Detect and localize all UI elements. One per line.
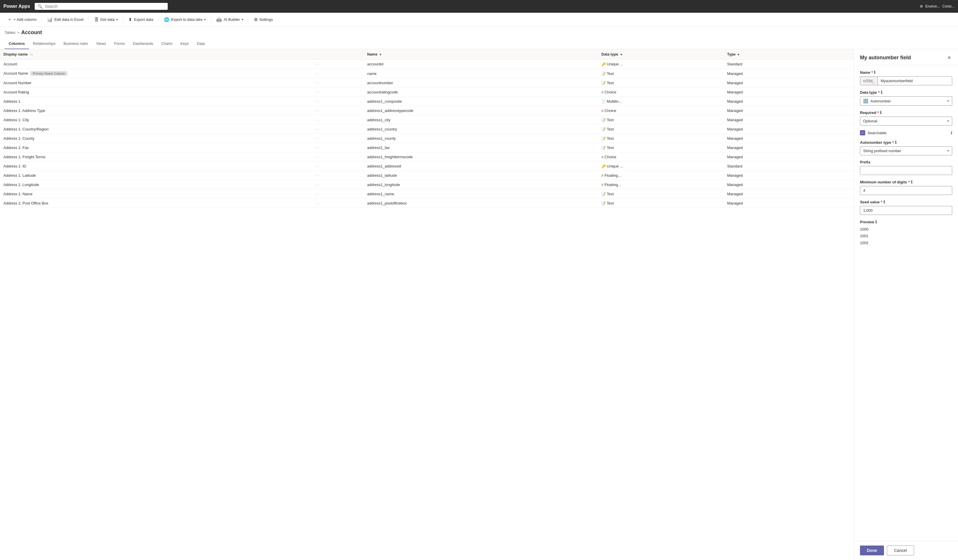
table-row[interactable]: Account···accountid🔑Unique ...Standard [0, 60, 854, 69]
table-row[interactable]: Address 1: Longitude···address1_longitud… [0, 180, 854, 189]
preview-value-item: 1002 [860, 240, 952, 246]
edit-excel-button[interactable]: 📊 Edit data in Excel [44, 15, 86, 24]
cell-type: Managed [723, 143, 823, 152]
tab-data[interactable]: Data [193, 38, 209, 49]
cell-actions[interactable]: ··· [312, 199, 364, 208]
col-header-display-name[interactable]: Display name ↑↓ [0, 49, 312, 60]
env-icon: ⚙ [920, 4, 923, 8]
tab-business-rules[interactable]: Business rules [60, 38, 92, 49]
table-area: Display name ↑↓ Name ▾ Data type ▾ Type … [0, 49, 854, 560]
cancel-button[interactable]: Cancel [887, 546, 914, 555]
preview-info-icon[interactable]: ℹ [875, 219, 877, 224]
seed-input[interactable] [860, 206, 952, 215]
breadcrumb-tables-link[interactable]: Tables [5, 30, 16, 35]
export-lake-button[interactable]: 🌐 Export to data lake ▾ [161, 15, 208, 24]
top-bar-right: ⚙ Environ... Conto... [920, 4, 955, 8]
done-button[interactable]: Done [860, 546, 884, 555]
cell-type: Managed [723, 189, 823, 199]
cell-type: Managed [723, 199, 823, 208]
col-header-data-type[interactable]: Data type ▾ [598, 49, 724, 60]
seed-info-icon[interactable]: ℹ [883, 200, 885, 204]
col-header-type[interactable]: Type ▾ [723, 49, 823, 60]
prefix-label: Prefix [860, 160, 952, 164]
get-data-button[interactable]: 🗄 Get data ▾ [91, 15, 121, 24]
settings-button[interactable]: ⚙ Settings [251, 15, 276, 24]
cell-extra [823, 189, 854, 199]
searchable-checkbox[interactable]: ✓ [860, 130, 865, 135]
required-info-icon[interactable]: ℹ [880, 110, 881, 115]
cell-actions[interactable]: ··· [312, 171, 364, 180]
min-digits-info-icon[interactable]: ℹ [911, 179, 912, 184]
cell-actions[interactable]: ··· [312, 60, 364, 69]
autonumber-type-info-icon[interactable]: ℹ [895, 140, 896, 144]
tab-views[interactable]: Views [92, 38, 110, 49]
cell-actions[interactable]: ··· [312, 125, 364, 134]
ai-builder-button[interactable]: 🤖 AI Builder ▾ [213, 15, 246, 24]
cell-actions[interactable]: ··· [312, 106, 364, 116]
cell-type: Managed [723, 106, 823, 116]
tab-relationships[interactable]: Relationships [29, 38, 60, 49]
panel-footer: Done Cancel [854, 541, 958, 560]
cell-actions[interactable]: ··· [312, 88, 364, 97]
cell-actions[interactable]: ··· [312, 134, 364, 143]
required-select[interactable]: Optional ▾ [860, 117, 952, 125]
prefix-input[interactable] [860, 166, 952, 175]
data-type-label: Data type * ℹ [860, 90, 952, 95]
searchable-info-icon[interactable]: ℹ [951, 130, 952, 135]
autonumber-type-value: String prefixed number [863, 149, 901, 153]
cell-actions[interactable]: ··· [312, 152, 364, 162]
table-row[interactable]: Address 1: Country/Region···address1_cou… [0, 125, 854, 134]
cell-actions[interactable]: ··· [312, 180, 364, 189]
panel-close-button[interactable]: ✕ [946, 54, 952, 62]
cell-type: Managed [723, 116, 823, 125]
tab-columns[interactable]: Columns [5, 38, 29, 49]
preview-value-item: 1000 [860, 226, 952, 233]
seed-value-field-group: Seed value * ℹ [860, 200, 952, 215]
cell-actions[interactable]: ··· [312, 97, 364, 106]
cell-extra [823, 78, 854, 88]
name-input[interactable] [878, 77, 952, 85]
tab-forms[interactable]: Forms [110, 38, 129, 49]
data-type-field-group: Data type * ℹ 🔢 Autonumber ▾ [860, 90, 952, 106]
preview-label: Preview ℹ [860, 219, 952, 224]
table-row[interactable]: Address 1: City···address1_city📝TextMana… [0, 116, 854, 125]
user-label: Conto... [942, 4, 955, 8]
table-row[interactable]: Address 1: ID···address1_addressid🔑Uniqu… [0, 162, 854, 171]
table-row[interactable]: Address 1: County···address1_county📝Text… [0, 134, 854, 143]
table-row[interactable]: Address 1: Latitude···address1_latitude#… [0, 171, 854, 180]
cell-actions[interactable]: ··· [312, 189, 364, 199]
cell-actions[interactable]: ··· [312, 143, 364, 152]
cell-actions[interactable]: ··· [312, 78, 364, 88]
cell-extra [823, 180, 854, 189]
tab-dashboards[interactable]: Dashboards [129, 38, 157, 49]
cell-extra [823, 162, 854, 171]
cell-actions[interactable]: ··· [312, 116, 364, 125]
name-info-icon[interactable]: ℹ [874, 70, 875, 75]
table-row[interactable]: Address 1: Fax···address1_fax📝TextManage… [0, 143, 854, 152]
cell-type: Managed [723, 171, 823, 180]
col-header-name[interactable]: Name ▾ [364, 49, 598, 60]
search-input[interactable] [45, 4, 165, 9]
export-data-button[interactable]: ⬆ Export data [125, 15, 156, 24]
cell-type: Managed [723, 125, 823, 134]
tab-charts[interactable]: Charts [157, 38, 176, 49]
cell-actions[interactable]: ··· [312, 69, 364, 78]
table-row[interactable]: Address 1···address1_composite📄Multilin.… [0, 97, 854, 106]
table-row[interactable]: Account Rating···accountratingcode≡Choic… [0, 88, 854, 97]
table-row[interactable]: Address 1: Name···address1_name📝TextMana… [0, 189, 854, 199]
table-row[interactable]: Address 1: Freight Terms···address1_frei… [0, 152, 854, 162]
autonumber-type-select[interactable]: String prefixed number ▾ [860, 146, 952, 155]
cell-actions[interactable]: ··· [312, 162, 364, 171]
table-row[interactable]: Account Number···accountnumber📝TextManag… [0, 78, 854, 88]
table-row[interactable]: Address 1: Post Office Box···address1_po… [0, 199, 854, 208]
data-type-select[interactable]: 🔢 Autonumber ▾ [860, 96, 952, 106]
data-type-info-icon[interactable]: ℹ [881, 90, 882, 95]
add-column-button[interactable]: ＋ + Add column [5, 15, 39, 24]
search-icon: 🔍 [38, 4, 43, 9]
tab-keys[interactable]: Keys [176, 38, 193, 49]
min-digits-input[interactable] [860, 186, 952, 195]
table-row[interactable]: Address 1: Address Type···address1_addre… [0, 106, 854, 116]
table-row[interactable]: Account NamePrimary Name Column···name📝T… [0, 69, 854, 78]
cell-data-type: 🔑Unique ... [598, 162, 724, 171]
search-box[interactable]: 🔍 [35, 3, 168, 10]
